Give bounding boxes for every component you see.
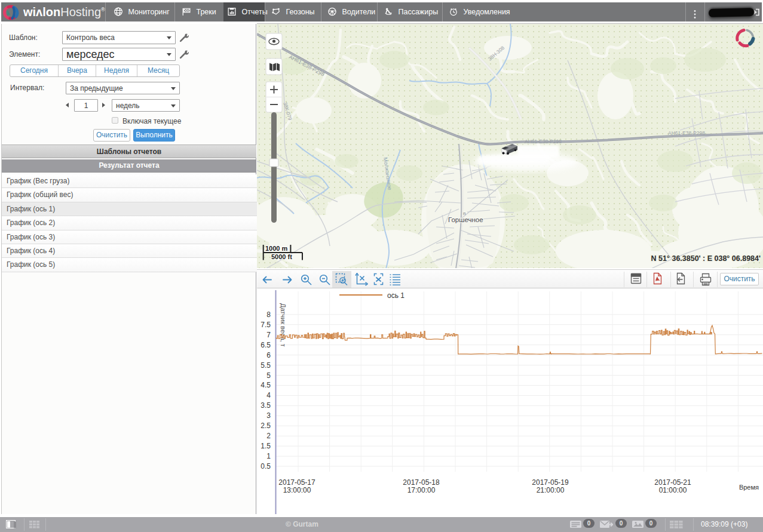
svg-text:6.5: 6.5: [261, 341, 271, 349]
svg-text:2017-05-18: 2017-05-18: [403, 478, 440, 487]
svg-text:3: 3: [266, 411, 271, 420]
svg-text:21:00:00: 21:00:00: [537, 486, 565, 494]
svg-text:1000 m: 1000 m: [265, 245, 288, 252]
svg-text:17:00:00: 17:00:00: [407, 486, 436, 494]
svg-text:п: п: [463, 211, 465, 216]
svg-text:13:00:00: 13:00:00: [283, 486, 311, 494]
svg-text:5000 ft: 5000 ft: [271, 253, 292, 260]
svg-text:АН61-Е38-Р298: АН61-Е38-Р298: [668, 130, 705, 136]
svg-text:АН61-Е38-Р298: АН61-Е38-Р298: [525, 139, 562, 144]
svg-text:4: 4: [266, 391, 271, 399]
svg-text:7: 7: [266, 331, 271, 339]
svg-text:Горшечное: Горшечное: [448, 216, 483, 223]
svg-text:2: 2: [266, 432, 271, 440]
svg-text:0.5: 0.5: [261, 462, 271, 471]
svg-text:Время: Время: [739, 484, 759, 491]
svg-text:1.5: 1.5: [261, 442, 271, 450]
svg-text:2017-05-17: 2017-05-17: [278, 478, 315, 487]
svg-text:8: 8: [266, 310, 271, 319]
svg-text:01:00:00: 01:00:00: [659, 486, 687, 494]
svg-text:7.5: 7.5: [261, 321, 271, 329]
svg-text:2017-05-19: 2017-05-19: [532, 478, 569, 487]
svg-text:3.5: 3.5: [261, 401, 271, 410]
svg-text:2.5: 2.5: [261, 422, 271, 430]
svg-text:Датчик веса, т: Датчик веса, т: [280, 303, 287, 347]
svg-text:ось 1: ось 1: [387, 291, 405, 300]
svg-text:6: 6: [266, 351, 271, 359]
svg-text:N 51° 36.3850' : E 038° 06.898: N 51° 36.3850' : E 038° 06.8984': [651, 254, 761, 263]
svg-text:5.5: 5.5: [261, 361, 271, 370]
svg-text:1: 1: [266, 452, 271, 460]
svg-text:4.5: 4.5: [261, 381, 271, 389]
svg-text:2017-05-21: 2017-05-21: [654, 478, 691, 487]
svg-text:5: 5: [266, 371, 271, 380]
